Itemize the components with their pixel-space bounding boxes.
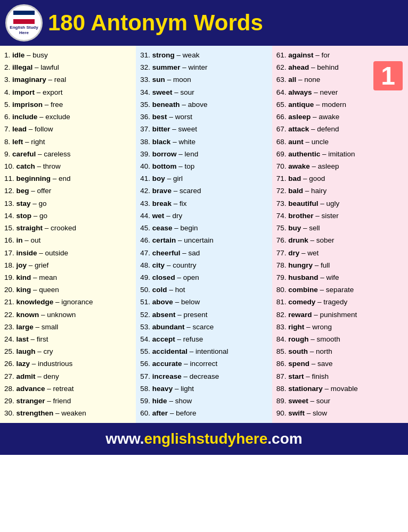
list-item: 90. swift – slow [276,407,404,419]
logo-flag [13,11,35,24]
content-area: 1. idle – busy2. illegal – lawful3. imag… [0,46,408,423]
list-item: 16. in – out [4,234,132,246]
list-item: 9. careful – careless [4,148,132,160]
list-item: 58. heavy – light [140,383,267,395]
list-item: 89. sweet – sour [276,395,404,407]
list-item: 80. combine – separate [276,284,404,296]
list-item: 75. buy – sell [276,222,404,234]
list-item: 14. stop – go [4,210,132,222]
list-item: 35. beneath – above [140,98,267,111]
list-item: 85. south – north [276,345,404,358]
list-item: 59. hide – show [140,395,267,407]
list-item: 50. cold – hot [140,284,267,296]
column-3: 61. against – for62. ahead – behind63. a… [272,46,408,423]
list-item: 82. reward – punishment [276,309,404,321]
list-item: 27. admit – deny [4,370,132,383]
list-item: 84. rough – smooth [276,333,404,345]
list-item: 81. comedy – tragedy [276,296,404,308]
list-item: 83. right – wrong [276,321,404,333]
list-item: 13. stay – go [4,197,132,210]
list-item: 66. asleep – awake [276,111,404,123]
list-item: 4. import – export [4,86,132,98]
list-item: 21. knowledge – ignorance [4,296,132,308]
list-item: 28. advance – retreat [4,383,132,395]
logo-text: English Study Here [10,25,38,35]
list-item: 52. absent – present [140,309,267,321]
list-item: 18. joy – grief [4,259,132,271]
list-item: 57. increase – decrease [140,370,267,383]
page-title: 180 Antonym Words [48,10,403,36]
page-badge: 1 [373,61,403,90]
list-item: 56. accurate – incorrect [140,358,267,370]
list-item: 30. strengthen – weaken [4,407,132,419]
list-item: 48. city – country [140,259,267,271]
list-item: 65. antique – modern [276,98,404,111]
list-item: 23. large – small [4,321,132,333]
list-item: 69. authentic – imitation [276,148,404,160]
list-item: 7. lead – follow [4,123,132,135]
list-item: 33. sun – moon [140,73,267,86]
list-item: 3. imaginary – real [4,73,132,86]
list-item: 43. break – fix [140,197,267,210]
list-item: 10. catch – throw [4,160,132,172]
list-item: 53. abundant – scarce [140,321,267,333]
list-item: 26. lazy – industrious [4,358,132,370]
list-item: 73. beautiful – ugly [276,197,404,210]
list-item: 17. inside – outside [4,247,132,259]
list-item: 60. after – before [140,407,267,419]
list-item: 76. drunk – sober [276,234,404,246]
list-item: 34. sweet – sour [140,86,267,98]
list-item: 24. last – first [4,333,132,345]
list-item: 87. start – finish [276,370,404,383]
list-item: 44. wet – dry [140,210,267,222]
list-item: 77. dry – wet [276,247,404,259]
logo: English Study Here [5,4,43,41]
list-item: 2. illegal – lawful [4,61,132,73]
footer-url: www.englishstudyhere.com [0,430,408,447]
list-item: 46. certain – uncertain [140,234,267,246]
list-item: 39. borrow – lend [140,148,267,160]
list-item: 68. aunt – uncle [276,136,404,148]
list-item: 61. against – for [276,49,404,61]
list-item: 32. summer – winter [140,61,267,73]
list-item: 54. accept – refuse [140,333,267,345]
list-item: 41. boy – girl [140,172,267,185]
list-item: 37. bitter – sweet [140,123,267,135]
list-item: 55. accidental – intentional [140,345,267,358]
list-item: 74. brother – sister [276,210,404,222]
list-item: 12. beg – offer [4,185,132,197]
list-item: 47. cheerful – sad [140,247,267,259]
column-1: 1. idle – busy2. illegal – lawful3. imag… [0,46,136,423]
list-item: 78. hungry – full [276,259,404,271]
list-item: 79. husband – wife [276,271,404,284]
list-item: 31. strong – weak [140,49,267,61]
footer: www.englishstudyhere.com [0,423,408,455]
list-item: 86. spend – save [276,358,404,370]
list-item: 25. laugh – cry [4,345,132,358]
list-item: 88. stationary – movable [276,383,404,395]
list-item: 22. known – unknown [4,309,132,321]
list-item: 36. best – worst [140,111,267,123]
list-item: 11. beginning – end [4,172,132,185]
list-item: 72. bald – hairy [276,185,404,197]
list-item: 49. closed – open [140,271,267,284]
list-item: 45. cease – begin [140,222,267,234]
list-item: 51. above – below [140,296,267,308]
list-item: 67. attack – defend [276,123,404,135]
list-item: 70. awake – asleep [276,160,404,172]
header: English Study Here 180 Antonym Words [0,0,408,46]
list-item: 5. imprison – free [4,98,132,111]
list-item: 1. idle – busy [4,49,132,61]
title-text: 180 Antonym Words [48,10,263,35]
list-item: 6. include – exclude [4,111,132,123]
list-item: 20. king – queen [4,284,132,296]
list-item: 15. straight – crooked [4,222,132,234]
list-item: 19. kind – mean [4,271,132,284]
column-2: 31. strong – weak32. summer – winter33. … [136,46,272,423]
list-item: 29. stranger – friend [4,395,132,407]
list-item: 42. brave – scared [140,185,267,197]
list-item: 71. bad – good [276,172,404,185]
list-item: 8. left – right [4,136,132,148]
list-item: 40. bottom – top [140,160,267,172]
main-wrapper: English Study Here 180 Antonym Words 1 1… [0,0,408,455]
